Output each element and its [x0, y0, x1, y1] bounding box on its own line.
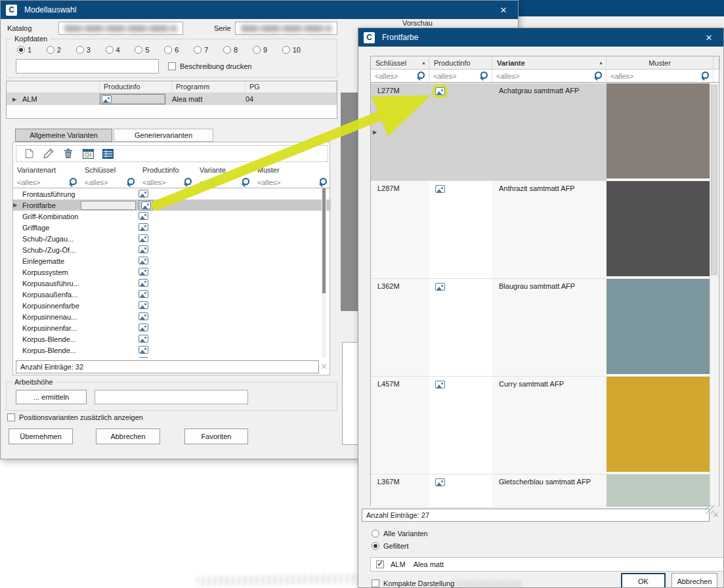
frontfarbe-abbrechen-button[interactable]: Abbrechen: [671, 573, 717, 588]
clear-icon[interactable]: ✕: [320, 362, 328, 371]
variant-productinfo-cell[interactable]: [138, 346, 196, 355]
column-schluessel[interactable]: Schlüssel: [81, 165, 138, 177]
color-row-L362M[interactable]: L362MBlaugrau samtmatt AFP: [371, 279, 713, 377]
filter-cell[interactable]: <alles>: [81, 177, 138, 188]
new-icon[interactable]: [23, 148, 35, 159]
serie-input[interactable]: [235, 22, 337, 35]
beschreibung-drucken-checkbox[interactable]: [168, 62, 176, 70]
variant-productinfo-cell[interactable]: [138, 335, 196, 344]
variant-row[interactable]: ▶Frontfarbe: [13, 200, 331, 211]
variant-row[interactable]: Griff-Kombination: [13, 211, 331, 222]
radio-button[interactable]: [372, 530, 379, 537]
filter-cell[interactable]: <alles>: [607, 70, 713, 82]
kompakte-darstellung-row[interactable]: Kompakte Darstellung: [372, 579, 454, 587]
color-muster-cell[interactable]: [607, 279, 713, 376]
kopfdaten-input[interactable]: [16, 59, 159, 74]
column-variante[interactable]: Variante: [196, 165, 253, 177]
color-row-L457M[interactable]: L457MCurry samtmatt AFP: [371, 377, 713, 474]
grid-icon[interactable]: [82, 148, 94, 159]
variant-schluessel-cell[interactable]: [81, 201, 138, 210]
positionsvarianten-checkbox[interactable]: [7, 413, 15, 421]
column-pg[interactable]: PG: [245, 81, 337, 93]
color-productinfo-cell[interactable]: [429, 279, 492, 376]
filter-mode-alle-varianten[interactable]: Alle Varianten: [372, 530, 428, 537]
color-row-L277M[interactable]: L277MAchatgrau samtmatt AFP▶: [371, 83, 713, 181]
column-productinfo[interactable]: Productinfo: [429, 56, 492, 69]
variant-row[interactable]: Einlegematte: [13, 255, 331, 266]
variant-productinfo-cell[interactable]: [138, 212, 196, 221]
variant-row[interactable]: Frontausführung: [13, 188, 331, 200]
ermitteln-button[interactable]: ... ermitteln: [16, 390, 87, 404]
color-swatch[interactable]: [607, 181, 713, 276]
abbrechen-button[interactable]: Abbrechen: [96, 429, 160, 444]
kopfdaten-radio-2[interactable]: 2: [47, 46, 61, 54]
kopfdaten-radio-7[interactable]: 7: [194, 46, 208, 54]
radio-button[interactable]: [17, 46, 25, 54]
color-muster-cell[interactable]: [607, 474, 713, 507]
filter-cell[interactable]: <alles>: [492, 70, 607, 82]
frontfarbe-titlebar[interactable]: C Frontfarbe ✕: [358, 28, 723, 47]
radio-button[interactable]: [135, 46, 142, 54]
close-icon[interactable]: ✕: [494, 5, 513, 15]
color-row-L367M[interactable]: L367MGletscherblau samtmatt AFP: [371, 474, 713, 507]
kompakte-darstellung-checkbox[interactable]: [372, 579, 379, 587]
variant-row[interactable]: Korpusaußenfa...: [13, 289, 331, 300]
column-variante[interactable]: Variante▲: [492, 56, 607, 69]
search-icon[interactable]: [319, 178, 328, 186]
search-icon[interactable]: [417, 72, 425, 80]
color-swatch[interactable]: [607, 279, 713, 374]
radio-button[interactable]: [194, 46, 202, 54]
variant-productinfo-cell[interactable]: [138, 324, 196, 333]
column-programm[interactable]: Programm: [172, 81, 245, 93]
radio-button[interactable]: [106, 46, 114, 54]
variant-row[interactable]: Korpussystem: [13, 266, 331, 278]
kopfdaten-radio-8[interactable]: 8: [223, 46, 238, 54]
program-filter-row[interactable]: ALM Alea matt: [370, 557, 724, 572]
filter-cell[interactable]: <alles>: [196, 177, 253, 188]
arbeitshoehe-input[interactable]: [95, 390, 248, 404]
search-icon[interactable]: [184, 178, 192, 186]
variant-productinfo-cell[interactable]: [138, 279, 196, 288]
variant-productinfo-cell[interactable]: [138, 312, 196, 322]
radio-button[interactable]: [76, 46, 84, 54]
variant-row-partial[interactable]: [13, 356, 331, 358]
delete-icon[interactable]: [62, 148, 74, 159]
edit-box[interactable]: [81, 201, 136, 210]
filter-cell[interactable]: <alles>: [138, 177, 196, 188]
filter-cell[interactable]: <alles>: [429, 70, 492, 82]
search-icon[interactable]: [127, 178, 135, 186]
scrollbar-thumb[interactable]: [322, 188, 326, 293]
radio-button[interactable]: [253, 46, 261, 54]
search-icon[interactable]: [480, 72, 488, 80]
variant-productinfo-cell[interactable]: [138, 301, 196, 310]
color-productinfo-cell[interactable]: [429, 83, 492, 180]
variant-row[interactable]: Korpusausführu...: [13, 278, 331, 289]
filter-cell[interactable]: <alles>: [13, 177, 81, 188]
column-muster[interactable]: Muster: [253, 165, 331, 177]
ok-button[interactable]: OK: [621, 573, 666, 588]
search-icon[interactable]: [594, 72, 603, 80]
variant-row[interactable]: Korpus-Blende...: [13, 333, 331, 345]
close-icon[interactable]: ✕: [700, 33, 718, 43]
variant-row[interactable]: Schub-/Zug-Öf...: [13, 244, 331, 255]
search-icon[interactable]: [242, 178, 250, 186]
search-icon[interactable]: [701, 72, 710, 80]
tab-allgemeine-varianten[interactable]: Allgemeine Varianten: [15, 129, 112, 142]
kopfdaten-radio-9[interactable]: 9: [253, 46, 267, 54]
details-icon[interactable]: [102, 148, 114, 159]
radio-button[interactable]: [282, 46, 290, 54]
favoriten-button[interactable]: Favoriten: [184, 429, 248, 444]
variant-row[interactable]: Korpusinnenfarbe: [13, 300, 331, 311]
search-icon[interactable]: [69, 178, 77, 186]
variant-productinfo-cell[interactable]: [138, 190, 196, 199]
column-variantenart[interactable]: Variantenart: [13, 165, 81, 177]
filter-cell[interactable]: <alles>: [371, 70, 429, 82]
variant-row[interactable]: Schub-/Zugau...: [13, 233, 331, 244]
radio-button[interactable]: [47, 46, 54, 54]
filter-mode-gefiltert[interactable]: Gefiltert: [372, 542, 428, 550]
kopfdaten-radio-4[interactable]: 4: [106, 46, 120, 54]
radio-button[interactable]: [223, 46, 231, 54]
uebernehmen-button[interactable]: Übernehmen: [9, 429, 73, 444]
color-swatch[interactable]: [607, 474, 713, 507]
kopfdaten-radio-1[interactable]: 1: [17, 46, 32, 54]
